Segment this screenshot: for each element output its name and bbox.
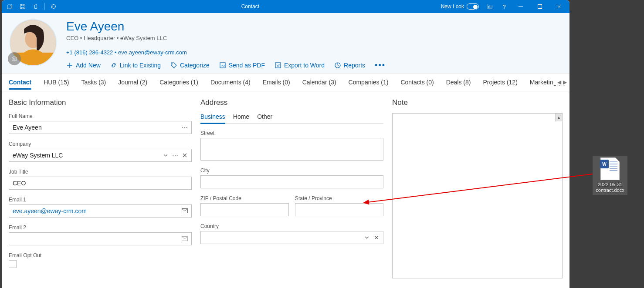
help-icon[interactable]: ? (498, 0, 510, 13)
more-actions-button[interactable]: ••• (375, 61, 386, 70)
delete-icon[interactable] (30, 0, 42, 13)
save-all-icon[interactable] (3, 0, 16, 13)
email2-label: Email 2 (9, 224, 192, 231)
email1-label: Email 1 (9, 197, 192, 203)
send-pdf-label: Send as PDF (229, 62, 265, 69)
full-name-value: Eve Ayeen (13, 124, 180, 131)
tabs-scroll-right-icon[interactable]: ▶ (563, 79, 567, 85)
new-look-toggle[interactable]: New Look (441, 3, 479, 10)
camera-icon[interactable] (8, 52, 21, 65)
optout-checkbox[interactable] (9, 260, 17, 268)
maximize-button[interactable] (531, 0, 549, 13)
tab-contact[interactable]: Contact (9, 79, 31, 86)
job-title-field[interactable]: CEO (9, 177, 192, 190)
tab-categories[interactable]: Categories (1) (159, 79, 198, 86)
contact-name: Eve Ayeen (66, 19, 562, 34)
street-label: Street (200, 130, 383, 136)
categorize-label: Categorize (180, 62, 210, 69)
company-value: eWay System LLC (13, 152, 161, 159)
minimize-button[interactable] (512, 0, 529, 13)
country-field[interactable] (200, 231, 383, 244)
email1-mail-icon[interactable] (180, 206, 190, 216)
tab-hub[interactable]: HUB (15) (44, 79, 69, 86)
job-title-label: Job Title (9, 169, 192, 175)
save-icon[interactable] (17, 0, 29, 13)
country-clear-icon[interactable] (372, 232, 381, 243)
tab-projects[interactable]: Projects (12) (483, 79, 517, 86)
tab-companies[interactable]: Companies (1) (349, 79, 389, 86)
email1-value: eve.ayeen@eway-crm.com (13, 208, 180, 214)
state-label: State / Province (295, 195, 383, 201)
refresh-icon[interactable] (47, 0, 60, 13)
tab-emails[interactable]: Emails (0) (263, 79, 290, 86)
export-word-label: Export to Word (284, 62, 325, 69)
company-dropdown-icon[interactable] (161, 150, 170, 161)
basic-section-title: Basic Information (9, 98, 192, 107)
svg-text:W: W (277, 64, 280, 67)
svg-text:PDF: PDF (221, 64, 226, 67)
contact-header: Eve Ayeen CEO • Headquarter • eWay Syste… (2, 13, 569, 74)
close-button[interactable] (550, 0, 568, 13)
note-textarea[interactable]: ▲ (392, 113, 563, 278)
tab-contacts[interactable]: Contacts (0) (400, 79, 434, 86)
full-name-options-icon[interactable]: ⋯ (180, 122, 190, 133)
contact-subtitle: CEO • Headquarter • eWay System LLC (66, 35, 562, 41)
city-label: City (200, 167, 383, 174)
email1-field[interactable]: eve.ayeen@eway-crm.com (9, 204, 192, 218)
categorize-button[interactable]: Categorize (170, 62, 210, 69)
reports-label: Reports (344, 62, 365, 69)
tab-journal[interactable]: Journal (2) (118, 79, 147, 86)
svg-point-6 (14, 58, 15, 60)
full-name-field[interactable]: Eve Ayeen ⋯ (9, 121, 192, 134)
chart-icon[interactable] (484, 0, 496, 13)
reports-button[interactable]: Reports (334, 62, 365, 69)
desktop-file[interactable]: W 2022-05-31 contract.docx (593, 156, 627, 195)
svg-rect-1 (538, 5, 542, 9)
export-word-button[interactable]: W Export to Word (275, 62, 325, 69)
address-tab-other[interactable]: Other (257, 113, 272, 124)
note-scroll-up-icon[interactable]: ▲ (555, 114, 562, 121)
country-dropdown-icon[interactable] (362, 232, 372, 243)
address-tab-home[interactable]: Home (233, 113, 249, 124)
word-doc-icon: W (600, 157, 620, 180)
contact-window: Contact New Look ? (2, 0, 569, 288)
state-field[interactable] (295, 203, 383, 216)
new-look-label: New Look (441, 3, 464, 10)
titlebar: Contact New Look ? (2, 0, 569, 13)
note-section-title: Note (392, 98, 563, 107)
contact-meta: +1 (816) 286-4322 • eve.ayeen@eway-crm.c… (66, 49, 562, 56)
link-existing-label: Link to Existing (120, 62, 161, 69)
toggle-icon[interactable] (467, 3, 479, 10)
email2-mail-icon[interactable] (180, 234, 190, 244)
country-label: Country (200, 223, 383, 229)
street-field[interactable] (200, 138, 383, 161)
company-options-icon[interactable]: ⋯ (170, 150, 180, 161)
address-tab-business[interactable]: Business (200, 113, 225, 124)
action-toolbar: Add New Link to Existing Categorize PDF … (66, 61, 562, 70)
company-clear-icon[interactable] (180, 150, 190, 161)
zip-field[interactable] (200, 203, 289, 216)
tabs-row: Contact HUB (15) Tasks (3) Journal (2) C… (2, 74, 569, 91)
tab-deals[interactable]: Deals (8) (446, 79, 471, 86)
add-new-button[interactable]: Add New (66, 62, 101, 69)
window-title: Contact (60, 3, 441, 10)
desktop-file-name: 2022-05-31 contract.docx (593, 182, 627, 193)
add-new-label: Add New (76, 62, 101, 69)
optout-label: Email Opt Out (9, 252, 192, 258)
company-label: Company (9, 141, 192, 147)
send-pdf-button[interactable]: PDF Send as PDF (219, 62, 265, 69)
company-field[interactable]: eWay System LLC ⋯ (9, 149, 192, 162)
email2-field[interactable] (9, 232, 192, 245)
svg-point-7 (172, 64, 173, 64)
tab-tasks[interactable]: Tasks (3) (81, 79, 106, 86)
job-title-value: CEO (13, 180, 26, 187)
link-existing-button[interactable]: Link to Existing (110, 62, 161, 69)
city-field[interactable] (200, 175, 383, 188)
full-name-label: Full Name (9, 113, 192, 119)
address-section-title: Address (200, 98, 383, 107)
tab-documents[interactable]: Documents (4) (210, 79, 251, 86)
zip-label: ZIP / Postal Code (200, 195, 289, 201)
tab-calendar[interactable]: Calendar (3) (302, 79, 336, 86)
tabs-scroll-left-icon[interactable]: ◀ (557, 79, 561, 85)
